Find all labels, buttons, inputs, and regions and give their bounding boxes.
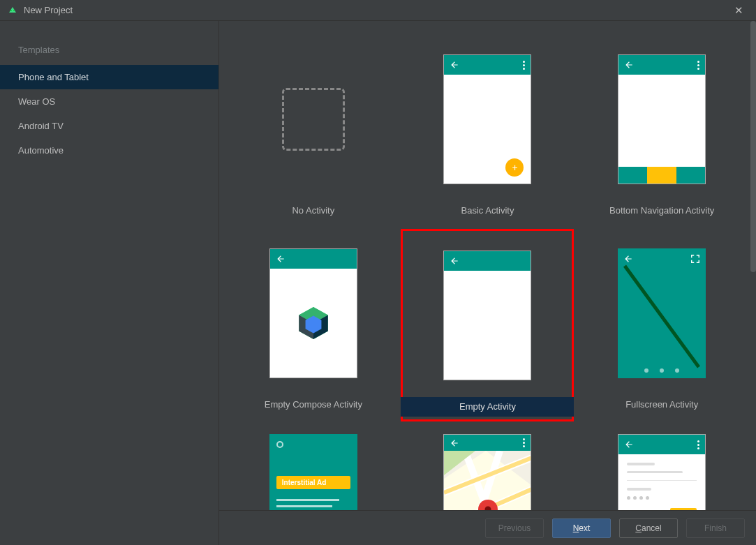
previous-button[interactable]: Previous [485,518,544,538]
body: Templates Phone and Tablet Wear OS Andro… [0,21,756,545]
sidebar-item-wear-os[interactable]: Wear OS [0,89,218,114]
template-thumb [227,38,400,201]
content: No Activity + Basic Activity [219,21,756,545]
template-thumb [401,234,574,397]
template-thumb [575,38,748,201]
template-gallery: No Activity + Basic Activity [219,21,756,510]
back-arrow-icon [450,438,459,448]
template-label: Basic Activity [401,201,574,221]
button-label: Next [573,523,591,533]
fab-icon: + [505,158,524,177]
back-arrow-icon [276,254,286,264]
button-label: Finish [704,523,727,533]
template-thumb: Interstitial Ad [227,430,400,510]
template-label: Empty Activity [401,397,574,417]
new-project-window: New Project ✕ Templates Phone and Tablet… [0,0,756,545]
template-thumb [401,430,574,510]
template-thumb [575,430,748,510]
sidebar-item-label: Android TV [18,121,64,131]
template-basic-activity[interactable]: + Basic Activity [401,35,574,223]
template-thumb: + [401,38,574,201]
more-icon [697,61,699,70]
svg-line-7 [625,266,699,367]
template-empty-compose-activity[interactable]: Empty Compose Activity [227,229,400,421]
phone-mock: Interstitial Ad [269,434,357,510]
more-icon [697,440,699,449]
template-master-detail-activity[interactable] [575,427,748,510]
button-label: Cancel [635,523,661,533]
map-icon [444,451,531,510]
template-no-activity[interactable]: No Activity [227,35,400,223]
plus-icon: + [512,162,517,173]
appbar [444,251,531,271]
more-icon [523,438,525,447]
template-bottom-navigation-activity[interactable]: Bottom Navigation Activity [575,35,748,223]
appbar [444,435,531,451]
template-empty-activity[interactable]: Empty Activity [401,229,574,421]
sidebar-item-label: Wear OS [18,96,55,107]
phone-mock [618,434,706,510]
phone-mock [443,251,531,380]
compose-cube-icon [295,305,332,341]
button-label: Previous [498,523,531,533]
phone-mock: + [443,54,531,184]
more-icon [523,61,525,70]
template-thumb [227,232,400,395]
sidebar-item-phone-and-tablet[interactable]: Phone and Tablet [0,65,218,89]
finish-button[interactable]: Finish [686,518,745,538]
interstitial-ad-badge: Interstitial Ad [276,476,350,489]
close-icon[interactable]: ✕ [728,4,749,17]
window-title: New Project [24,5,73,15]
template-label: No Activity [227,201,400,221]
appbar [270,249,357,269]
sidebar-item-automotive[interactable]: Automotive [0,138,218,163]
sidebar-item-android-tv[interactable]: Android TV [0,114,218,138]
svg-point-0 [10,10,12,11]
phone-mock [618,248,706,378]
phone-mock [443,434,531,510]
template-label: Bottom Navigation Activity [575,201,748,221]
vertical-scrollbar[interactable] [750,21,756,272]
template-label: Fullscreen Activity [575,395,748,415]
phone-mock [269,248,357,378]
back-arrow-icon [624,60,634,70]
sidebar-item-label: Automotive [18,145,64,156]
pager-dots-icon [618,368,706,373]
template-fullscreen-activity[interactable]: Fullscreen Activity [575,229,748,421]
phone-mock [618,54,706,184]
status-dot-icon [276,441,283,448]
appbar [618,55,705,75]
bottom-nav-bar [618,167,705,184]
appbar [618,435,705,454]
template-label: Empty Compose Activity [227,395,400,415]
back-arrow-icon [624,440,634,449]
titlebar: New Project ✕ [0,0,756,21]
no-activity-placeholder-icon [282,88,345,151]
sidebar-header: Templates [0,35,218,65]
next-button[interactable]: Next [552,518,611,538]
action-chip-icon [670,508,697,510]
sidebar: Templates Phone and Tablet Wear OS Andro… [0,21,219,545]
template-ads-activity[interactable]: Interstitial Ad [227,427,400,510]
back-arrow-icon [450,256,459,266]
template-thumb [575,232,748,395]
footer: Previous Next Cancel Finish [219,510,756,545]
svg-point-1 [13,10,15,11]
back-arrow-icon [450,60,459,70]
android-studio-icon [7,5,18,16]
template-map-activity[interactable] [401,427,574,510]
sidebar-item-label: Phone and Tablet [18,72,89,82]
appbar [444,55,531,75]
cancel-button[interactable]: Cancel [619,518,678,538]
